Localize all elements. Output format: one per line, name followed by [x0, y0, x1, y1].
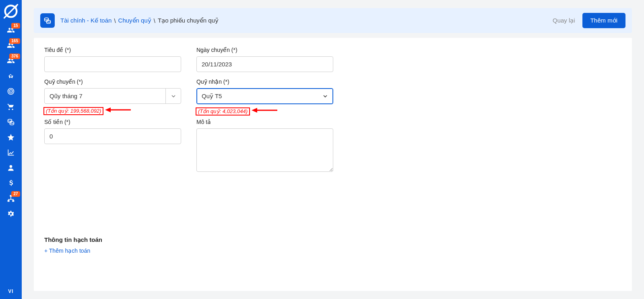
form-panel: Tiêu đề (*) Ngày chuyển (*) Quỹ chuyển (…: [34, 38, 632, 291]
star-icon: [7, 133, 15, 141]
to-fund-label: Quỹ nhận (*): [196, 78, 333, 85]
app-logo[interactable]: [2, 2, 20, 20]
user-icon: [7, 164, 15, 172]
main-content: Tài chính - Kế toán \ Chuyển quỹ \ Tạo p…: [22, 0, 644, 299]
chart-icon: [7, 148, 15, 157]
svg-rect-10: [12, 200, 14, 202]
language-switch[interactable]: VI: [0, 289, 22, 294]
accounting-section-title: Thông tin hạch toán: [44, 236, 621, 243]
svg-marker-16: [252, 108, 257, 113]
cart-icon: [7, 103, 15, 111]
to-fund-value: Quỹ T5: [197, 89, 318, 104]
svg-point-4: [10, 91, 12, 92]
select-caret: [165, 89, 181, 103]
amount-label: Số tiền (*): [44, 119, 181, 125]
crumb-current: Tạo phiếu chuyển quỹ: [158, 17, 219, 24]
badge: 15: [11, 23, 20, 29]
nav-people-2[interactable]: 165: [0, 38, 22, 53]
nav-user[interactable]: [0, 160, 22, 175]
breadcrumb: Tài chính - Kế toán \ Chuyển quỹ \ Tạo p…: [60, 17, 219, 24]
amount-input[interactable]: [44, 128, 181, 144]
from-fund-select[interactable]: Qũy tháng 7: [44, 88, 181, 104]
nav-settings[interactable]: [0, 206, 22, 221]
nav-coins[interactable]: [0, 114, 22, 130]
transfer-date-input[interactable]: [196, 56, 333, 72]
nav-people-3[interactable]: 376: [0, 53, 22, 68]
nav-people-1[interactable]: 15: [0, 23, 22, 38]
crumb-sep: \: [114, 17, 116, 24]
badge: 27: [11, 191, 20, 197]
arrow-left-icon: [252, 107, 277, 114]
nav-cart[interactable]: [0, 99, 22, 114]
nav-handshake[interactable]: [0, 68, 22, 84]
badge: 165: [9, 38, 20, 44]
title-input[interactable]: [44, 56, 181, 72]
transfer-date-label: Ngày chuyển (*): [196, 47, 333, 53]
from-fund-value: Qũy tháng 7: [45, 89, 165, 103]
crumb-parent[interactable]: Chuyển quỹ: [118, 17, 151, 24]
coins-icon: [7, 118, 15, 126]
sidebar: 15 165 376 27 VI: [0, 0, 22, 299]
coins-icon: [43, 16, 52, 25]
handshake-icon: [7, 72, 15, 80]
chevron-down-icon: [170, 93, 177, 99]
svg-rect-9: [8, 200, 10, 202]
arrow-left-icon: [105, 106, 131, 113]
from-fund-label: Quỹ chuyển (*): [44, 78, 181, 85]
nav-star[interactable]: [0, 130, 22, 145]
add-accounting-link[interactable]: + Thêm hạch toán: [44, 247, 621, 254]
add-new-button[interactable]: Thêm mới: [582, 13, 625, 28]
description-label: Mô tả: [196, 119, 333, 125]
gear-icon: [7, 210, 15, 218]
nav-org[interactable]: 27: [0, 191, 22, 206]
nav-dollar[interactable]: [0, 175, 22, 191]
select-caret: [318, 89, 333, 104]
to-fund-balance-hint: (Tồn quỹ: 4,023,044): [196, 108, 249, 115]
page-header: Tài chính - Kế toán \ Chuyển quỹ \ Tạo p…: [34, 8, 632, 33]
crumb-module[interactable]: Tài chính - Kế toán: [60, 17, 111, 24]
chevron-down-icon: [322, 93, 328, 99]
title-label: Tiêu đề (*): [44, 47, 181, 53]
svg-point-7: [10, 165, 12, 168]
dollar-icon: [7, 179, 15, 187]
badge: 376: [9, 54, 20, 59]
back-link[interactable]: Quay lại: [553, 17, 575, 24]
logo-icon: [2, 2, 20, 20]
crumb-sep: \: [154, 17, 155, 24]
from-fund-balance-hint: (Tồn quỹ: 199,568,092): [44, 108, 103, 114]
svg-point-11: [45, 18, 49, 20]
svg-marker-14: [105, 107, 111, 112]
target-icon: [7, 87, 15, 95]
header-module-icon-box: [40, 13, 55, 28]
nav-target[interactable]: [0, 84, 22, 99]
svg-point-5: [8, 119, 12, 121]
nav-chart[interactable]: [0, 145, 22, 160]
to-fund-select[interactable]: Quỹ T5: [196, 88, 333, 104]
description-textarea[interactable]: [196, 128, 333, 172]
